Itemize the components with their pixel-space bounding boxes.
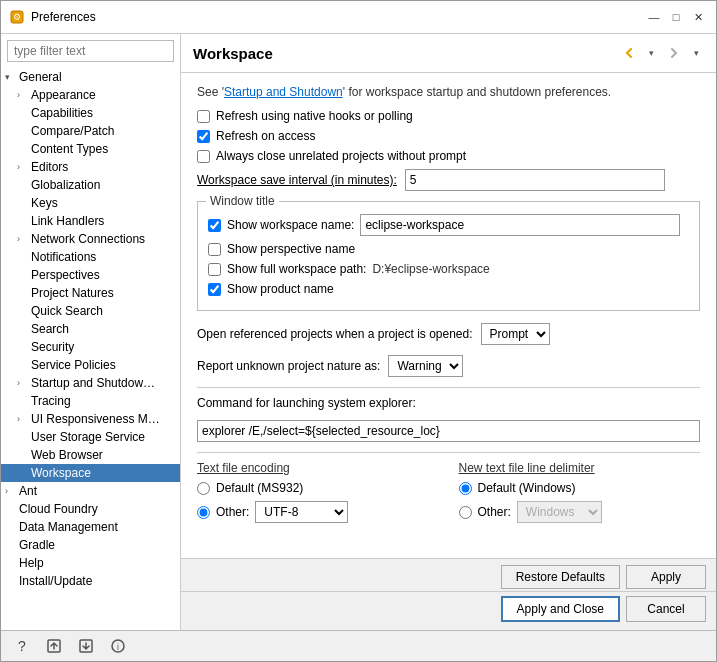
full-path-value: D:¥eclipse-workspace — [372, 262, 489, 276]
sidebar-item-perspectives[interactable]: Perspectives — [1, 266, 180, 284]
show-perspective-name-label: Show perspective name — [227, 242, 355, 256]
apply-button[interactable]: Apply — [626, 565, 706, 589]
sidebar-item-search[interactable]: Search — [1, 320, 180, 338]
sidebar-item-security[interactable]: Security — [1, 338, 180, 356]
sidebar-item-label: Data Management — [17, 520, 118, 534]
sidebar-item-label: Help — [17, 556, 44, 570]
command-row: Command for launching system explorer: — [197, 396, 700, 410]
sidebar-item-cloud-foundry[interactable]: Cloud Foundry — [1, 500, 180, 518]
delimiter-column: New text file line delimiter Default (Wi… — [459, 461, 701, 529]
sidebar-item-project-natures[interactable]: Project Natures — [1, 284, 180, 302]
delimiter-other-label: Other: — [478, 505, 511, 519]
expand-arrow: › — [17, 162, 29, 172]
delimiter-default-radio[interactable] — [459, 482, 472, 495]
svg-text:i: i — [117, 642, 119, 652]
show-workspace-name-checkbox[interactable] — [208, 219, 221, 232]
close-unrelated-label: Always close unrelated projects without … — [216, 149, 466, 163]
sidebar-item-label: Quick Search — [29, 304, 103, 318]
sidebar-item-label: Network Connections — [29, 232, 145, 246]
maximize-button[interactable]: □ — [666, 7, 686, 27]
sidebar-item-label: Ant — [17, 484, 37, 498]
startup-shutdown-link[interactable]: Startup and Shutdown — [224, 85, 343, 99]
encoding-default-radio[interactable] — [197, 482, 210, 495]
window-title-group: Window title Show workspace name: Show p… — [197, 201, 700, 311]
delimiter-default-row: Default (Windows) — [459, 481, 701, 495]
encoding-other-label: Other: — [216, 505, 249, 519]
cancel-button[interactable]: Cancel — [626, 596, 706, 622]
panel-title: Workspace — [193, 45, 273, 62]
show-product-name-label: Show product name — [227, 282, 334, 296]
sidebar-item-globalization[interactable]: Globalization — [1, 176, 180, 194]
sidebar-item-label: Workspace — [29, 466, 91, 480]
sidebar-item-data-management[interactable]: Data Management — [1, 518, 180, 536]
sidebar-item-editors[interactable]: › Editors — [1, 158, 180, 176]
sidebar-item-install-update[interactable]: Install/Update — [1, 572, 180, 590]
delimiter-other-row: Other: Windows Unix Mac OS X — [459, 501, 701, 523]
sidebar-item-label: Link Handlers — [29, 214, 104, 228]
sidebar-item-ant[interactable]: › Ant — [1, 482, 180, 500]
show-perspective-name-checkbox[interactable] — [208, 243, 221, 256]
sidebar-item-label: General — [17, 70, 62, 84]
restore-defaults-button[interactable]: Restore Defaults — [501, 565, 620, 589]
sidebar-item-notifications[interactable]: Notifications — [1, 248, 180, 266]
sidebar-item-startup-shutdown[interactable]: › Startup and Shutdow… — [1, 374, 180, 392]
sidebar-item-link-handlers[interactable]: Link Handlers — [1, 212, 180, 230]
sidebar-item-capabilities[interactable]: Capabilities — [1, 104, 180, 122]
sidebar-item-keys[interactable]: Keys — [1, 194, 180, 212]
close-unrelated-row: Always close unrelated projects without … — [197, 149, 700, 163]
sidebar-item-ui-responsiveness[interactable]: › UI Responsiveness M… — [1, 410, 180, 428]
refresh-access-row: Refresh on access — [197, 129, 700, 143]
encoding-other-select[interactable]: UTF-8 UTF-16 ISO-8859-1 MS932 — [255, 501, 348, 523]
sidebar-item-compare-patch[interactable]: Compare/Patch — [1, 122, 180, 140]
sidebar-item-workspace[interactable]: Workspace — [1, 464, 180, 482]
sidebar-item-quick-search[interactable]: Quick Search — [1, 302, 180, 320]
delimiter-other-select[interactable]: Windows Unix Mac OS X — [517, 501, 602, 523]
delimiter-other-radio[interactable] — [459, 506, 472, 519]
sidebar-item-gradle[interactable]: Gradle — [1, 536, 180, 554]
final-row: Apply and Close Cancel — [181, 591, 716, 630]
sidebar-item-service-policies[interactable]: Service Policies — [1, 356, 180, 374]
sidebar-item-tracing[interactable]: Tracing — [1, 392, 180, 410]
expand-arrow: › — [17, 414, 29, 424]
tree-area: ▾ General › Appearance Capabilities Comp… — [1, 68, 180, 630]
nav-forward-button[interactable] — [661, 42, 687, 64]
encoding-other-radio[interactable] — [197, 506, 210, 519]
preferences-window: ⚙ Preferences — □ ✕ ▾ General › Appea — [0, 0, 717, 662]
sidebar-item-user-storage[interactable]: User Storage Service — [1, 428, 180, 446]
refresh-native-checkbox[interactable] — [197, 110, 210, 123]
sidebar-item-general[interactable]: ▾ General — [1, 68, 180, 86]
apply-close-button[interactable]: Apply and Close — [501, 596, 620, 622]
sidebar-item-label: Compare/Patch — [29, 124, 114, 138]
sidebar-item-content-types[interactable]: Content Types — [1, 140, 180, 158]
import-footer-icon[interactable] — [75, 635, 97, 657]
open-referenced-select[interactable]: Prompt Always Never Close — [481, 323, 550, 345]
nav-back-button[interactable] — [616, 42, 642, 64]
refresh-access-checkbox[interactable] — [197, 130, 210, 143]
sidebar-item-network-connections[interactable]: › Network Connections — [1, 230, 180, 248]
export-footer-icon[interactable] — [43, 635, 65, 657]
sidebar-item-web-browser[interactable]: Web Browser — [1, 446, 180, 464]
show-product-name-checkbox[interactable] — [208, 283, 221, 296]
show-full-path-checkbox[interactable] — [208, 263, 221, 276]
refresh-native-row: Refresh using native hooks or polling — [197, 109, 700, 123]
nav-dropdown-button[interactable]: ▾ — [644, 45, 659, 61]
help-footer-icon[interactable]: ? — [11, 635, 33, 657]
report-unknown-select[interactable]: Warning Error Ignore — [388, 355, 463, 377]
close-button[interactable]: ✕ — [688, 7, 708, 27]
filter-input[interactable] — [7, 40, 174, 62]
expand-arrow: › — [5, 486, 17, 496]
minimize-button[interactable]: — — [644, 7, 664, 27]
sidebar-item-label: Keys — [29, 196, 58, 210]
command-input[interactable] — [197, 420, 700, 442]
sidebar-item-label: Editors — [29, 160, 68, 174]
save-interval-input[interactable] — [405, 169, 665, 191]
report-unknown-label: Report unknown project nature as: — [197, 359, 380, 373]
back-arrow-icon — [621, 45, 637, 61]
close-unrelated-checkbox[interactable] — [197, 150, 210, 163]
sidebar-item-help[interactable]: Help — [1, 554, 180, 572]
sidebar-item-appearance[interactable]: › Appearance — [1, 86, 180, 104]
delimiter-default-label: Default (Windows) — [478, 481, 576, 495]
nav-forward-dropdown-button[interactable]: ▾ — [689, 45, 704, 61]
workspace-name-input[interactable] — [360, 214, 680, 236]
info-footer-icon[interactable]: i — [107, 635, 129, 657]
